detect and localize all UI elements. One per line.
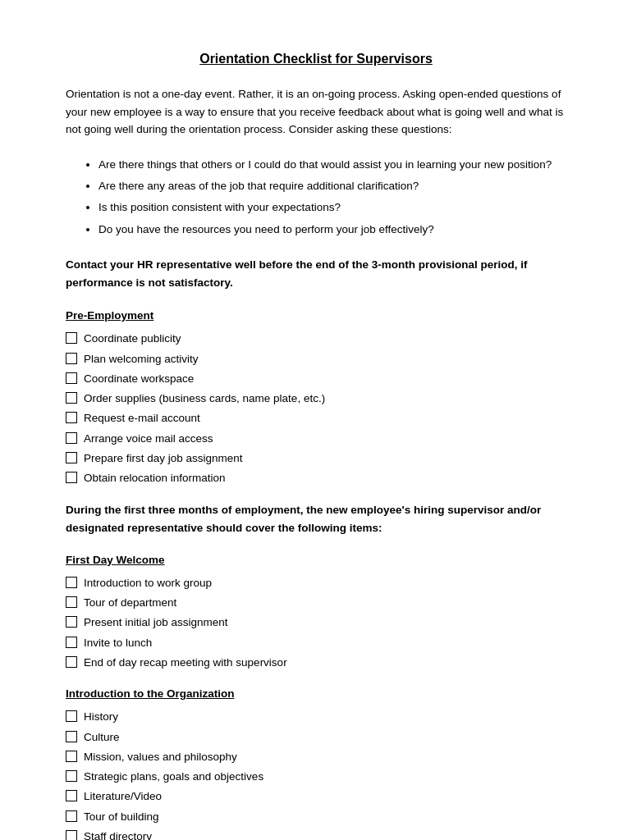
checklist-label: Prepare first day job assignment — [84, 450, 243, 467]
checkbox[interactable] — [66, 751, 77, 762]
bullet-list: Are there things that others or I could … — [98, 155, 566, 240]
checklist-label: Order supplies (business cards, name pla… — [84, 390, 325, 407]
checkbox[interactable] — [66, 770, 77, 782]
checkbox[interactable] — [66, 637, 77, 648]
checklist-label: Obtain relocation information — [84, 470, 226, 486]
checklist-label: Arrange voice mail access — [84, 431, 213, 447]
checkbox[interactable] — [66, 577, 77, 588]
intro-org-heading: Introduction to the Organization — [66, 686, 566, 702]
checklist-label: Tour of department — [84, 595, 176, 611]
checklist-label: Strategic plans, goals and objectives — [84, 769, 263, 785]
checklist-row: History — [66, 709, 566, 725]
checklist-row: Invite to lunch — [66, 635, 566, 651]
pre-employment-heading: Pre-Employment — [66, 308, 566, 324]
checkbox[interactable] — [66, 710, 77, 722]
checkbox[interactable] — [66, 596, 77, 608]
checklist-label: Tour of building — [84, 809, 159, 825]
checkbox[interactable] — [66, 472, 77, 483]
checklist-label: Plan welcoming activity — [84, 351, 199, 368]
intro-org-section: Introduction to the Organization History… — [66, 686, 566, 840]
checklist-label: Coordinate workspace — [84, 371, 194, 387]
checkbox[interactable] — [66, 830, 77, 840]
checklist-label: Introduction to work group — [84, 575, 212, 591]
checkbox[interactable] — [66, 353, 77, 364]
checkbox[interactable] — [66, 731, 77, 742]
checkbox[interactable] — [66, 616, 77, 628]
checklist-row: Mission, values and philosophy — [66, 749, 566, 765]
checklist-row: Tour of building — [66, 809, 566, 825]
checkbox[interactable] — [66, 432, 77, 444]
checklist-row: Staff directory — [66, 829, 566, 840]
pre-employment-section: Pre-Employment Coordinate publicity Plan… — [66, 308, 566, 486]
checklist-row: Culture — [66, 729, 566, 746]
first-day-heading: First Day Welcome — [66, 552, 566, 568]
checklist-label: Invite to lunch — [84, 635, 152, 651]
checklist-row: Introduction to work group — [66, 575, 566, 591]
contact-text: Contact your HR representative well befo… — [66, 256, 566, 291]
checklist-row: Prepare first day job assignment — [66, 450, 566, 467]
checklist-row: Order supplies (business cards, name pla… — [66, 390, 566, 407]
checklist-row: End of day recap meeting with supervisor — [66, 655, 566, 671]
checklist-label: End of day recap meeting with supervisor — [84, 655, 287, 671]
checklist-row: Present initial job assignment — [66, 614, 566, 631]
bullet-item: Are there things that others or I could … — [98, 155, 566, 175]
checkbox[interactable] — [66, 656, 77, 668]
page-title: Orientation Checklist for Supervisors — [66, 49, 566, 69]
checkbox[interactable] — [66, 810, 77, 822]
checklist-label: Culture — [84, 729, 120, 746]
checklist-row: Obtain relocation information — [66, 470, 566, 486]
checkbox[interactable] — [66, 452, 77, 463]
mid-section-text: During the first three months of employm… — [66, 501, 566, 536]
checklist-row: Tour of department — [66, 595, 566, 611]
first-day-section: First Day Welcome Introduction to work g… — [66, 552, 566, 672]
checkbox[interactable] — [66, 392, 77, 404]
checklist-label: Mission, values and philosophy — [84, 749, 237, 765]
intro-paragraph: Orientation is not a one-day event. Rath… — [66, 85, 566, 139]
bullet-item: Is this position consistent with your ex… — [98, 198, 566, 217]
checklist-row: Literature/Video — [66, 788, 566, 805]
checklist-row: Coordinate workspace — [66, 371, 566, 387]
checklist-label: Coordinate publicity — [84, 331, 181, 347]
checklist-row: Plan welcoming activity — [66, 351, 566, 368]
bullet-item: Are there any areas of the job that requ… — [98, 176, 566, 196]
checkbox[interactable] — [66, 790, 77, 801]
checkbox[interactable] — [66, 372, 77, 384]
checklist-label: Request e-mail account — [84, 410, 200, 427]
checklist-row: Request e-mail account — [66, 410, 566, 427]
checklist-label: Staff directory — [84, 829, 152, 840]
checklist-row: Strategic plans, goals and objectives — [66, 769, 566, 785]
checklist-label: History — [84, 709, 118, 725]
checklist-label: Literature/Video — [84, 788, 162, 805]
checklist-row: Arrange voice mail access — [66, 431, 566, 447]
bullet-item: Do you have the resources you need to pe… — [98, 220, 566, 240]
checkbox[interactable] — [66, 332, 77, 344]
checklist-label: Present initial job assignment — [84, 614, 228, 631]
checkbox[interactable] — [66, 412, 77, 423]
checklist-row: Coordinate publicity — [66, 331, 566, 347]
